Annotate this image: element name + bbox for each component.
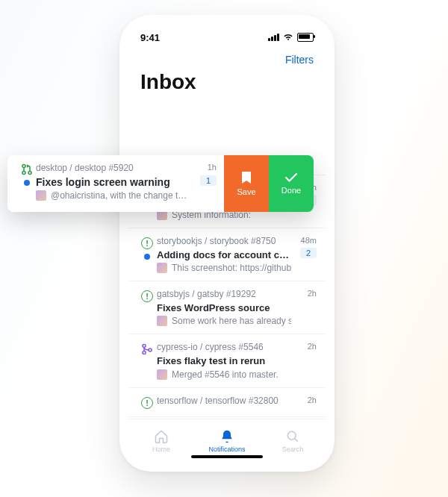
tab-search[interactable]: Search (260, 419, 326, 463)
home-indicator (191, 455, 263, 458)
timestamp: 1h (208, 163, 217, 172)
issue-open-icon: ! (141, 290, 153, 302)
issue-open-icon: ! (141, 237, 153, 249)
avatar (157, 316, 167, 326)
count-badge: 1 (200, 175, 217, 186)
status-time: 9:41 (140, 32, 160, 43)
svg-point-0 (143, 345, 146, 348)
notification-title: Fixes login screen warning (36, 175, 194, 190)
merge-icon (141, 343, 153, 355)
notification-snippet: This screenshot: https://github… (172, 263, 291, 273)
avatar (36, 190, 46, 201)
page-title: Inbox (128, 67, 326, 99)
svg-point-1 (143, 351, 146, 354)
done-button[interactable]: Done (269, 155, 314, 212)
tab-label: Home (152, 446, 170, 453)
save-button[interactable]: Save (224, 155, 269, 212)
repo-ref: storybookjs / storybook #8750 (157, 236, 291, 248)
avatar (157, 263, 167, 273)
repo-ref: tensorflow / tensorflow #32800 (157, 396, 291, 407)
list-item[interactable]: ! storybookjs / storybook #8750 Adding d… (128, 228, 326, 281)
bookmark-icon (241, 171, 252, 184)
notification-title: Fixes flaky test in rerun (157, 354, 291, 368)
repo-ref: gatsbyjs / gatsby #19292 (157, 289, 291, 301)
issue-open-icon: ! (141, 397, 153, 409)
unread-dot-icon (24, 180, 30, 186)
list-item[interactable]: ! gatsbyjs / gatsby #19292 Fixes WordPre… (128, 281, 326, 334)
header-row: Filters (128, 51, 326, 67)
tab-label: Notifications (208, 446, 245, 453)
pull-request-icon (21, 163, 33, 175)
home-icon (154, 429, 169, 444)
timestamp: 2h (308, 289, 317, 298)
timestamp: 2h (308, 342, 317, 351)
status-icons (268, 33, 314, 42)
list-item[interactable]: cypress-io / cypress #5546 Fixes flaky t… (128, 334, 326, 387)
svg-point-5 (22, 172, 25, 175)
notification-snippet: Some work here has already sta… (172, 316, 291, 326)
battery-icon (297, 33, 314, 42)
bell-icon (220, 429, 234, 444)
timestamp: 48m (301, 236, 317, 245)
done-label: Done (281, 186, 301, 195)
repo-ref: cypress-io / cypress #5546 (157, 342, 291, 354)
svg-point-6 (28, 172, 31, 175)
timestamp: 2h (308, 396, 317, 404)
svg-point-4 (22, 165, 25, 168)
count-badge: 2 (300, 248, 317, 258)
notch (182, 24, 272, 40)
wifi-icon (283, 34, 293, 41)
repo-ref: desktop / desktop #5920 (36, 163, 194, 175)
tab-home[interactable]: Home (128, 419, 194, 463)
phone-frame: 9:41 Filters Inbox ! (119, 15, 335, 472)
notification-title: Fixes WordPress source (157, 301, 291, 315)
search-icon (285, 429, 300, 444)
save-label: Save (237, 187, 255, 196)
swiped-notification-card[interactable]: desktop / desktop #5920 Fixes login scre… (7, 155, 314, 212)
notification-snippet: @ohaicristina, with the change t… (51, 190, 187, 201)
avatar (157, 369, 167, 380)
phone-screen: 9:41 Filters Inbox ! (128, 24, 326, 463)
tab-label: Search (282, 446, 304, 453)
notification-snippet: Merged #5546 into master. (172, 369, 279, 380)
notification-title: Adding docs for account creation (157, 248, 291, 262)
check-icon (284, 172, 298, 183)
unread-dot-icon (144, 254, 150, 260)
svg-point-3 (287, 431, 296, 440)
list-item[interactable]: ! tensorflow / tensorflow #32800 2h (128, 388, 326, 417)
filters-button[interactable]: Filters (285, 54, 314, 66)
svg-point-2 (149, 348, 152, 351)
